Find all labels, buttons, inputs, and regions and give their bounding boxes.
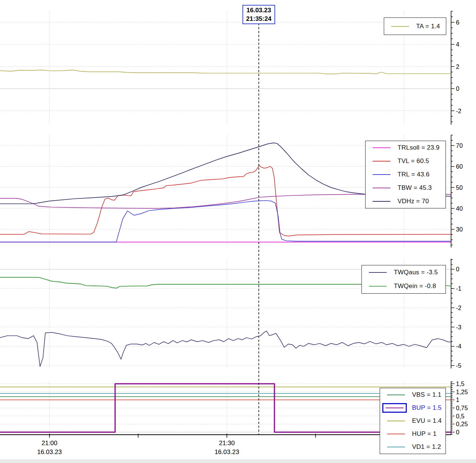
y-axis-label: -4: [456, 343, 461, 349]
time-axis-label-date: 16.03.23: [215, 448, 239, 456]
twqein-series-swatch: [369, 286, 387, 287]
legend-label: EVU = 1.4: [412, 417, 442, 425]
y-axis-label: 50: [456, 184, 463, 191]
tvl-swatch-pad: [370, 161, 393, 162]
bup-swatch-pad: [385, 403, 408, 413]
tbw-swatch-pad: [370, 188, 393, 188]
y-axis-label: -3: [456, 324, 461, 331]
series-line-twqaus: [0, 331, 451, 367]
legend-item-twqein[interactable]: TWQein = -0.8: [362, 280, 446, 294]
vdhz-swatch-pad: [370, 201, 393, 202]
y-axis-label: 30: [456, 226, 463, 233]
y-axis-label: 6: [456, 19, 459, 26]
vbs-series-swatch: [387, 395, 405, 395]
y-axis-label: 4: [456, 41, 459, 48]
legend-item-trlsoll[interactable]: TRLsoll = 23.9: [366, 141, 446, 154]
legend-item-hup[interactable]: HUP = 1: [380, 428, 446, 441]
y-axis-label: 60: [456, 163, 463, 170]
vd1-series-swatch: [387, 447, 405, 447]
legend-label: VD1 = 1.2: [412, 443, 441, 451]
evu-swatch-pad: [385, 421, 408, 421]
y-axis-label: 1,25: [456, 389, 468, 395]
legend-item-vdhz[interactable]: VDHz = 70: [366, 195, 446, 208]
legend-item-vbs[interactable]: VBS = 1.1: [380, 388, 446, 401]
twqein-swatch-pad: [366, 286, 389, 287]
twqaus-swatch-pad: [366, 272, 389, 273]
trlsoll-swatch-pad: [370, 147, 393, 148]
legend-item-bup[interactable]: BUP = 1.5: [380, 401, 446, 414]
trl-swatch-pad: [370, 174, 393, 175]
y-axis-label: 0,5: [456, 413, 464, 419]
legend-item-twqaus[interactable]: TWQaus = -3.5: [362, 265, 446, 280]
y-axis-label: 1,5: [456, 380, 464, 387]
y-axis-label: -1: [456, 285, 461, 292]
time-axis-label-time: 21:00: [42, 440, 58, 447]
y-axis-label: -5: [456, 362, 461, 369]
legend-label: TWQaus = -3.5: [394, 269, 438, 276]
legend-source-temps: TWQaus = -3.5 TWQein = -0.8: [361, 265, 446, 294]
ta-series-swatch: [391, 26, 409, 27]
legend-item-tvl[interactable]: TVL = 60.5: [366, 154, 446, 168]
y-axis-label: 0,75: [456, 405, 468, 411]
trl-series-swatch: [373, 174, 390, 175]
legend-label: TRLsoll = 23.9: [398, 144, 440, 151]
y-axis-label: 0: [456, 85, 459, 92]
legend-item-evu[interactable]: EVU = 1.4: [380, 414, 446, 427]
y-axis-label: 40: [456, 205, 463, 212]
legend-label: VBS = 1.1: [412, 391, 441, 399]
y-axis-label: 0,25: [456, 421, 468, 427]
legend-outdoor-temp: TA = 1.4: [384, 17, 446, 35]
y-axis-label: 2: [456, 63, 459, 70]
y-axis-label: 0: [456, 266, 459, 272]
bup-selected-highlight-box: [382, 403, 407, 413]
y-axis-label: 0: [456, 429, 459, 435]
series-line-ta: [0, 70, 451, 74]
y-axis-label: -2: [456, 304, 461, 311]
legend-label: TWQein = -0.8: [394, 282, 436, 290]
bup-series-swatch: [386, 408, 403, 408]
legend-item-tbw[interactable]: TBW = 45.3: [366, 181, 446, 195]
trend-monitor-window: 6420-270605040300-1-2-3-4-51,51,2510,750…: [0, 0, 476, 463]
hup-series-swatch: [387, 434, 405, 434]
y-axis-label: 1: [456, 396, 459, 403]
legend-label: TBW = 45.3: [398, 184, 432, 192]
vbs-swatch-pad: [385, 395, 408, 395]
tbw-series-swatch: [373, 188, 390, 188]
tvl-series-swatch: [373, 161, 390, 162]
cursor-time: 21:35:24: [246, 15, 271, 23]
legend-pump-states: VBS = 1.1 BUP = 1.5 EVU = 1.4 HUP = 1 VD…: [380, 388, 446, 454]
legend-label: VDHz = 70: [398, 198, 429, 205]
hup-swatch-pad: [385, 434, 408, 434]
time-axis-label-time: 21:30: [219, 440, 235, 447]
legend-label: TRL = 43.6: [398, 171, 430, 178]
legend-label: BUP = 1.5: [412, 404, 441, 412]
y-axis-label: -2: [456, 108, 461, 114]
vdhz-series-swatch: [373, 201, 390, 202]
trlsoll-series-swatch: [373, 147, 390, 148]
vd1-swatch-pad: [385, 447, 408, 447]
legend-item-vd1[interactable]: VD1 = 1.2: [380, 441, 446, 454]
cursor-date: 16.03.23: [246, 6, 271, 15]
y-axis-label: 70: [456, 142, 463, 149]
legend-label: HUP = 1: [412, 430, 437, 438]
evu-series-swatch: [387, 421, 405, 421]
legend-item-ta[interactable]: TA = 1.4: [384, 18, 446, 35]
time-axis-label-date: 16.03.23: [37, 448, 62, 456]
ta-swatch-pad: [389, 26, 412, 27]
cursor-timestamp[interactable]: 16.03.23 21:35:24: [242, 5, 275, 24]
window-bottom-strip: [0, 459, 476, 463]
legend-item-trl[interactable]: TRL = 43.6: [366, 168, 446, 181]
twqaus-series-swatch: [369, 272, 387, 273]
legend-heating-temps: TRLsoll = 23.9 TVL = 60.5 TRL = 43.6 TBW…: [365, 141, 446, 208]
legend-label: TVL = 60.5: [398, 157, 429, 165]
legend-label: TA = 1.4: [416, 23, 440, 30]
